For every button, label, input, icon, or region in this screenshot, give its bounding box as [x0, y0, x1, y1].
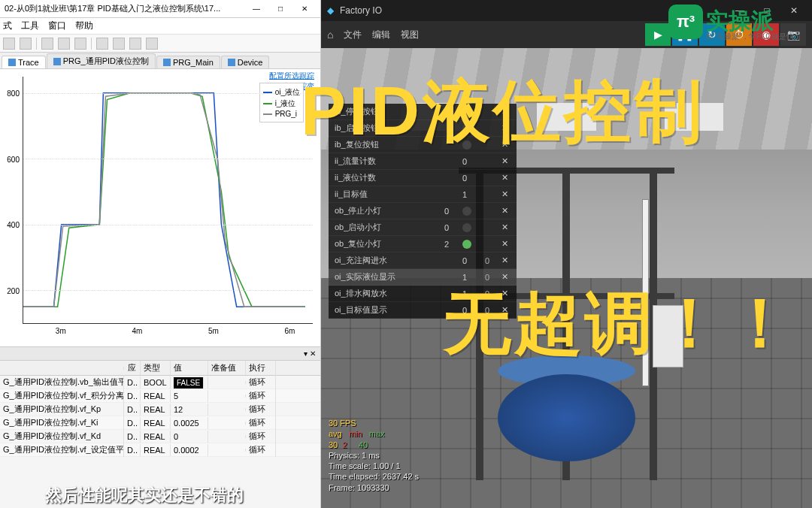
maximize-button[interactable]: □ [269, 2, 292, 16]
tab-prg-pid[interactable]: PRG_通用PID液位控制 [47, 53, 156, 68]
video-subtitle: 然后性能呢其实还是不错的 [45, 484, 244, 506]
level-gauge [642, 199, 649, 387]
io-variable-row[interactable]: ib_停止按钮✕ [329, 104, 517, 120]
close-icon[interactable]: ✕ [498, 239, 511, 249]
ide-tabs: Trace PRG_通用PID液位控制 PRG_Main Device [0, 53, 320, 69]
home-icon[interactable]: ⌂ [327, 29, 333, 41]
toolbar-icon[interactable] [41, 38, 53, 50]
io-variable-row[interactable]: oi_目标值显示00✕ [329, 302, 517, 319]
prg-icon [53, 58, 61, 65]
table-row[interactable]: G_通用PID液位控制.vb_输出值平滑D..BOOLFALSE循环 [0, 376, 320, 389]
close-button[interactable]: ✕ [293, 2, 316, 16]
close-icon[interactable]: ✕ [498, 289, 511, 298]
io-variable-row[interactable]: ib_复位按钮✕ [329, 137, 517, 153]
io-variable-row[interactable]: ob_启动小灯0✕ [329, 219, 517, 236]
toolbar-icon[interactable] [20, 38, 32, 50]
menu-edit[interactable]: 编辑 [372, 29, 390, 41]
io-variable-panel: ib_停止按钮✕ib_启动按钮✕ib_复位按钮✕ii_流量计数0✕ii_液位计数… [329, 104, 517, 319]
toolbar-icon[interactable] [58, 38, 70, 50]
close-icon[interactable]: ✕ [498, 123, 511, 133]
control-panel-box [653, 305, 683, 367]
table-row[interactable]: G_通用PID液位控制.vf_KiD..REAL0.0025循环 [0, 416, 320, 430]
close-icon[interactable]: ✕ [498, 222, 511, 232]
pi-logo-icon: π³ [668, 5, 703, 39]
close-icon[interactable]: ✕ [498, 305, 511, 315]
table-row[interactable]: G_通用PID液位控制.vf_KpD..REAL12循环 [0, 403, 320, 416]
device-icon [228, 59, 235, 66]
ide-panel: 02-从0到1就业班\第17章 PID基础入门之液位控制系统\17... — □… [0, 0, 321, 508]
brand-logo: π³ 实操派 到"实操派"，学PLC就是快！ [668, 5, 807, 42]
close-icon[interactable]: ✕ [498, 173, 511, 183]
ide-titlebar: 02-从0到1就业班\第17章 PID基础入门之液位控制系统\17... — □… [0, 0, 320, 18]
menu-item[interactable]: 帮助 [75, 20, 93, 32]
close-icon[interactable]: ✕ [498, 189, 511, 199]
toolbar-icon[interactable] [113, 38, 125, 50]
close-icon[interactable]: ✕ [498, 206, 511, 216]
factory-3d-viewport[interactable]: ib_停止按钮✕ib_启动按钮✕ib_复位按钮✕ii_流量计数0✕ii_液位计数… [321, 48, 812, 508]
trace-chart: 配置所选跟踪 添加跟踪变 200400600800 oi_液位i_液位PRG_i… [0, 69, 320, 347]
table-row[interactable]: G_通用PID液位控制.vf_KdD..REAL0循环 [0, 430, 320, 443]
tab-trace[interactable]: Trace [2, 56, 46, 68]
toolbar-icon[interactable] [146, 38, 158, 50]
brand-tagline: 到"实操派"，学PLC就是快！ [706, 32, 801, 42]
menu-item[interactable]: 工具 [21, 20, 39, 32]
minimize-button[interactable]: — [245, 2, 268, 16]
io-variable-row[interactable]: ii_流量计数0✕ [329, 153, 517, 170]
toolbar-icon[interactable] [96, 38, 108, 50]
close-icon[interactable]: ✕ [498, 107, 511, 116]
tab-prg-main[interactable]: PRG_Main [156, 56, 220, 68]
close-icon[interactable]: ✕ [498, 272, 511, 282]
toolbar-icon[interactable] [3, 38, 15, 50]
variable-table: 应 类型 值 准备值 执行 G_通用PID液位控制.vb_输出值平滑D..BOO… [0, 361, 320, 457]
io-variable-row[interactable]: oi_排水阀放水10✕ [329, 286, 517, 302]
menu-item[interactable]: 窗口 [48, 20, 66, 32]
io-variable-row[interactable]: ii_液位计数0✕ [329, 170, 517, 186]
factory-title-text: Factory IO [340, 5, 382, 16]
water-tank [498, 374, 636, 462]
play-button[interactable]: ▶ [645, 23, 671, 46]
table-header: 应 类型 值 准备值 执行 [0, 361, 320, 376]
io-variable-row[interactable]: ob_停止小灯0✕ [329, 203, 517, 219]
io-variable-row[interactable]: ii_目标值1✕ [329, 186, 517, 203]
tab-device[interactable]: Device [221, 56, 270, 68]
io-variable-row[interactable]: ib_启动按钮✕ [329, 120, 517, 137]
io-variable-row[interactable]: oi_实际液位显示10✕ [329, 269, 517, 286]
table-row[interactable]: G_通用PID液位控制.vf_设定值平滑...D..REAL0.0002循环 [0, 443, 320, 457]
menu-file[interactable]: 文件 [344, 29, 362, 41]
close-icon[interactable]: ✕ [498, 156, 511, 166]
table-row[interactable]: G_通用PID液位控制.vf_积分分离阈值D..REAL5循环 [0, 389, 320, 403]
prg-icon [163, 59, 171, 66]
menu-item[interactable]: 式 [3, 20, 12, 32]
ide-title-text: 02-从0到1就业班\第17章 PID基础入门之液位控制系统\17... [5, 3, 245, 14]
close-icon[interactable]: ✕ [498, 140, 511, 150]
factory-io-panel: ◆ Factory IO — □ ✕ ⌂ 文件 编辑 视图 ▶ ❚❚ ↻ ⏱ ◉… [321, 0, 812, 508]
close-icon[interactable]: ✕ [498, 256, 511, 265]
ide-toolbar [0, 35, 320, 53]
ide-menubar: 式 工具 窗口 帮助 [0, 18, 320, 35]
io-variable-row[interactable]: ob_复位小灯2✕ [329, 236, 517, 252]
toolbar-icon[interactable] [74, 38, 86, 50]
performance-stats: 30 FPS avg min max 30 2 40 Physics: 1 ms… [329, 418, 419, 493]
chart-legend: oi_液位i_液位PRG_i [259, 83, 304, 122]
var-panel-header: ▾ ✕ [0, 347, 320, 361]
toolbar-icon[interactable] [129, 38, 141, 50]
factory-logo-icon: ◆ [327, 5, 334, 16]
menu-view[interactable]: 视图 [401, 29, 419, 41]
io-variable-row[interactable]: oi_充注阀进水00✕ [329, 252, 517, 269]
trace-icon [8, 59, 16, 66]
